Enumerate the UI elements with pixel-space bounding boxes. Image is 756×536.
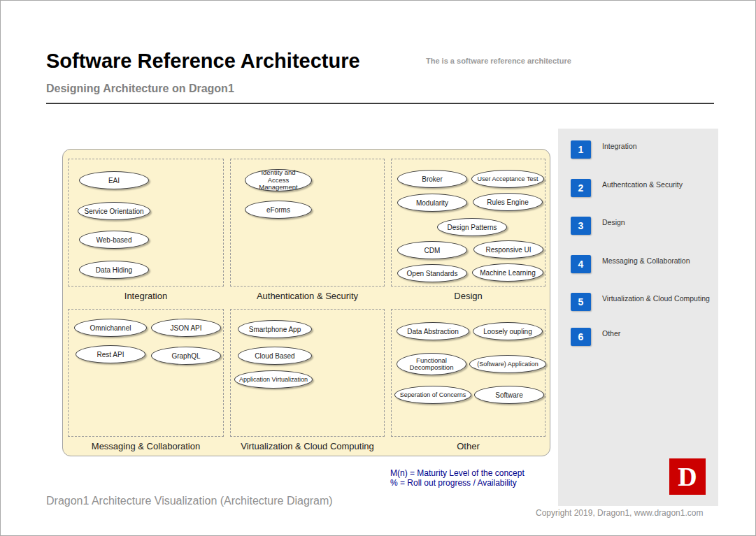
- dragon1-logo[interactable]: D: [669, 458, 706, 495]
- legend-label: Virtualization & Cloud Computing: [602, 294, 710, 303]
- legend-label: Messaging & Collaboration: [602, 256, 690, 265]
- legend-number: 3: [571, 217, 591, 235]
- legend-number: 1: [571, 140, 591, 159]
- title-note: The is a software reference architecture: [426, 57, 571, 65]
- group-other: Data Abstraction Loosely oupling Functio…: [391, 309, 545, 451]
- concept-oval[interactable]: User Acceptance Test: [471, 170, 544, 188]
- concept-oval[interactable]: Machine Learning: [472, 263, 543, 282]
- legend-item-other[interactable]: 6 Other: [571, 328, 711, 347]
- legend-item-virtualization[interactable]: 5 Virtualization & Cloud Computing: [571, 293, 711, 312]
- group-label: Integration: [68, 291, 224, 301]
- legend-label: Authentcation & Security: [602, 180, 683, 189]
- group-label: Other: [391, 441, 545, 451]
- concept-oval[interactable]: Cloud Based: [238, 347, 312, 365]
- group-box: Omnichannel JSON API Rest API GraphQL: [68, 309, 224, 437]
- legend-number: 4: [571, 255, 591, 273]
- page-subtitle: Designing Architecture on Dragon1: [46, 82, 234, 95]
- concept-oval[interactable]: Loosely oupling: [473, 322, 543, 340]
- concept-oval[interactable]: CDM: [397, 241, 467, 259]
- concept-oval[interactable]: Omnichannel: [74, 319, 147, 337]
- group-label: Messaging & Collaboration: [68, 441, 224, 451]
- concept-oval[interactable]: EAI: [79, 171, 149, 189]
- concept-oval[interactable]: GraphQL: [151, 347, 221, 365]
- dragon1-logo-letter: D: [678, 463, 697, 490]
- legend-number: 2: [571, 179, 591, 197]
- group-integration: EAI Service Orientation Web-based Data H…: [68, 159, 224, 301]
- concept-oval[interactable]: Broker: [397, 170, 467, 188]
- group-messaging-collaboration: Omnichannel JSON API Rest API GraphQL Me…: [68, 309, 224, 451]
- group-label: Authentication & Security: [230, 291, 385, 301]
- copyright: Copyright 2019, Dragon1, www.dragon1.com: [536, 508, 703, 518]
- legend-number: 5: [571, 293, 591, 311]
- legend-item-design[interactable]: 3 Design: [571, 217, 711, 236]
- concept-oval[interactable]: Software: [474, 386, 544, 404]
- concept-oval[interactable]: Rules Engine: [473, 193, 543, 211]
- note-maturity: M(n) = Maturity Level of the concept: [390, 468, 525, 478]
- concept-oval[interactable]: (Software) Application: [469, 355, 546, 373]
- legend-panel: 1 Integration 2 Authentcation & Security…: [558, 129, 718, 506]
- group-box: Data Abstraction Loosely oupling Functio…: [391, 309, 545, 437]
- note-rollout: % = Roll out progress / Availability: [390, 478, 525, 488]
- legend-item-messaging[interactable]: 4 Messaging & Collaboration: [571, 255, 711, 275]
- concept-oval[interactable]: Design Patterns: [437, 218, 507, 236]
- legend-label: Other: [602, 329, 620, 338]
- group-design: Broker User Acceptance Test Modularity R…: [391, 159, 545, 301]
- group-box: Smartphone App Cloud Based Application V…: [230, 309, 385, 437]
- page-title: Software Reference Architecture: [46, 50, 360, 73]
- diagram-caption: Dragon1 Architecture Visualization (Arch…: [46, 495, 333, 507]
- group-label: Virtualization & Cloud Computing: [230, 441, 385, 451]
- concept-oval[interactable]: Service Orientation: [78, 202, 150, 220]
- concept-oval[interactable]: Smartphone App: [238, 320, 312, 338]
- concept-oval[interactable]: Identity and Access Management: [245, 169, 312, 191]
- concept-oval[interactable]: Data Hiding: [79, 261, 149, 279]
- group-label: Design: [391, 291, 545, 301]
- concept-oval[interactable]: Functional Decomposition: [397, 353, 466, 375]
- header-divider: [46, 103, 714, 104]
- group-virtualization-cloud: Smartphone App Cloud Based Application V…: [230, 309, 385, 451]
- legend-label: Integration: [602, 142, 637, 150]
- legend-item-authentication[interactable]: 2 Authentcation & Security: [571, 179, 711, 198]
- group-box: Broker User Acceptance Test Modularity R…: [391, 159, 545, 287]
- group-authentication-security: Identity and Access Management eForms Au…: [230, 159, 385, 301]
- legend-item-integration[interactable]: 1 Integration: [571, 140, 711, 160]
- group-box: EAI Service Orientation Web-based Data H…: [68, 159, 224, 287]
- concept-oval[interactable]: Modularity: [397, 194, 467, 212]
- concept-oval[interactable]: Open Standards: [397, 264, 467, 282]
- concept-oval[interactable]: Seperation of Concerns: [394, 386, 471, 404]
- concept-oval[interactable]: Data Abstraction: [397, 322, 469, 340]
- concept-oval[interactable]: Rest API: [76, 345, 145, 363]
- concept-oval[interactable]: Application Virtualization: [234, 370, 313, 389]
- legend-label: Design: [602, 218, 625, 226]
- concept-oval[interactable]: Web-based: [79, 231, 149, 249]
- diagram-notes: M(n) = Maturity Level of the concept % =…: [390, 468, 525, 488]
- group-box: Identity and Access Management eForms: [230, 159, 385, 287]
- concept-oval[interactable]: eForms: [245, 201, 312, 219]
- concept-oval[interactable]: JSON API: [151, 319, 221, 337]
- legend-number: 6: [571, 328, 591, 346]
- concept-oval[interactable]: Responsive UI: [473, 240, 543, 259]
- page: Software Reference Architecture The is a…: [0, 0, 756, 536]
- diagram-canvas: EAI Service Orientation Web-based Data H…: [62, 149, 550, 456]
